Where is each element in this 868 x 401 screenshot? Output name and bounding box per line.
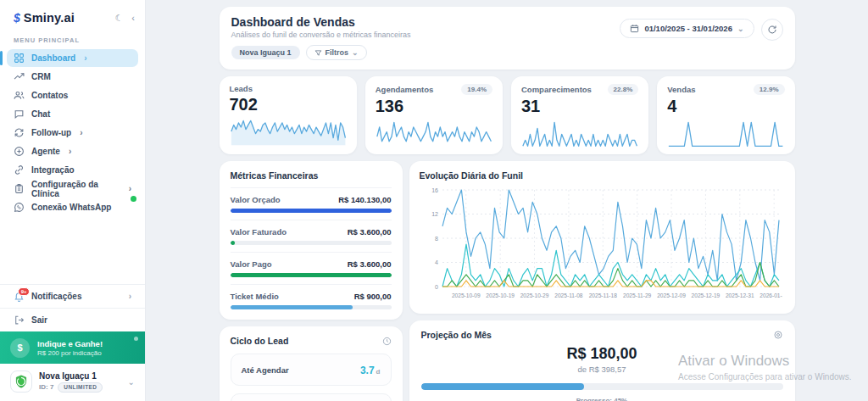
sidebar-item-dashboard[interactable]: Dashboard ›: [7, 49, 138, 67]
funnel-chart: 04812162025-10-092025-10-192025-10-29202…: [420, 183, 782, 309]
calendar-icon: [630, 24, 639, 33]
sidebar-nav: Dashboard › CRM Contatos Chat Follow-up …: [0, 49, 145, 217]
app-logo-text: Sminy.ai: [24, 11, 115, 25]
projection-value: R$ 180,00: [421, 345, 783, 363]
svg-text:12: 12: [431, 211, 438, 217]
referral-banner[interactable]: $ Indique e Ganhe! R$ 200 por indicação: [0, 331, 145, 364]
kpi-card-agendamentos: Agendamentos 19.4% 136: [365, 76, 503, 154]
progress-track: [231, 209, 392, 213]
progress-track: [231, 241, 392, 245]
chevron-right-icon: ›: [129, 292, 131, 301]
projection-progress-label: Progresso: 45%: [421, 397, 783, 401]
refresh-button[interactable]: [761, 19, 783, 41]
svg-text:2025-11-08: 2025-11-08: [554, 292, 583, 298]
users-icon: [14, 90, 25, 101]
whatsapp-icon: [14, 202, 25, 213]
filters-button[interactable]: Filtros ⌄: [306, 45, 367, 60]
sidebar-item-integracao[interactable]: Integração: [7, 161, 138, 179]
projection-progress-fill: [421, 383, 584, 390]
progress-track: [231, 273, 392, 277]
chevron-right-icon: ›: [84, 53, 86, 63]
page-subtitle: Análises do funil de conversão e métrica…: [231, 31, 411, 39]
metric-row-valor-pago: Valor PagoR$ 3.600,00: [231, 252, 392, 277]
progress-fill: [231, 209, 392, 213]
sidebar-item-contatos[interactable]: Contatos: [7, 86, 138, 104]
kpi-card-comparecimentos: Comparecimentos 22.8% 31: [511, 76, 648, 154]
dollar-icon: $: [10, 338, 30, 358]
notification-badge: 9+: [18, 287, 30, 296]
svg-text:4: 4: [435, 259, 438, 265]
comparecimentos-sparkline: [521, 118, 638, 148]
logout-button[interactable]: Sair: [0, 309, 145, 331]
clock-icon: [382, 337, 392, 346]
page-title: Dashboard de Vendas: [231, 15, 411, 29]
projection-total: de R$ 398,57: [421, 365, 783, 374]
metric-row-ticket-medio: Ticket MédioR$ 900,00: [231, 284, 392, 309]
dark-mode-toggle-icon[interactable]: ☾: [114, 13, 123, 24]
progress-track: [231, 305, 392, 309]
clinic-shield-icon: [10, 370, 32, 393]
svg-text:2025-10-29: 2025-10-29: [520, 292, 548, 298]
financial-metrics-card: Métricas Financeiras Valor OrçadoR$ 140.…: [220, 161, 403, 320]
cycle-row-ate-comparecer: Até Comparecer 5.7d: [231, 393, 392, 401]
lead-cycle-card: Ciclo do Lead Até Agendar 3.7d Até Compa…: [220, 326, 403, 401]
chevron-right-icon: ›: [129, 184, 131, 193]
progress-fill: [231, 241, 236, 245]
account-row[interactable]: Nova Iguaçu 1 ID: 7 UNLIMITED ⌄: [0, 364, 145, 401]
svg-text:8: 8: [435, 236, 438, 242]
refresh-cycle-icon: [14, 127, 25, 138]
sidebar-item-follow-up[interactable]: Follow-up ›: [7, 124, 138, 142]
sidebar-item-chat[interactable]: Chat: [7, 105, 138, 123]
account-name: Nova Iguaçu 1: [39, 371, 103, 381]
link-icon: [14, 164, 25, 175]
notifications-row[interactable]: 9+ Notificações ›: [0, 285, 145, 308]
banner-dot: [134, 337, 138, 341]
sidebar-item-crm[interactable]: CRM: [7, 68, 138, 86]
whatsapp-status-dot: [131, 196, 136, 202]
sidebar: $ Sminy.ai ☾ ‹ MENU PRINCIPAL Dashboard …: [0, 0, 146, 401]
metrics-title: Métricas Financeiras: [231, 170, 392, 181]
kpi-card-vendas: Vendas 12.9% 4: [657, 76, 794, 154]
logout-icon: [14, 315, 25, 326]
svg-text:2025-10-09: 2025-10-09: [451, 292, 480, 298]
leads-sparkline: [230, 116, 347, 147]
menu-section-label: MENU PRINCIPAL: [0, 33, 145, 49]
dashboard-grid-icon: [14, 53, 25, 64]
svg-text:2025-11-29: 2025-11-29: [623, 292, 652, 298]
refresh-icon: [767, 25, 777, 35]
svg-text:2025-10-19: 2025-10-19: [486, 292, 515, 298]
chat-bubble-icon: [14, 109, 25, 120]
metric-row-valor-orcado: Valor OrçadoR$ 140.130,00: [231, 187, 392, 213]
page-header-card: Dashboard de Vendas Análises do funil de…: [220, 7, 795, 70]
date-range-picker[interactable]: 01/10/2025 - 31/01/2026 ⌄: [620, 19, 754, 38]
sidebar-item-configuracao-clinica[interactable]: Configuração da Clínica ›: [7, 180, 138, 198]
kpi-value: 136: [376, 97, 492, 116]
kpi-value: 31: [521, 97, 638, 116]
agendamentos-sparkline: [376, 118, 492, 148]
bell-icon: 9+: [14, 291, 25, 302]
svg-text:2025-12-31: 2025-12-31: [725, 292, 754, 298]
conversion-badge: 19.4%: [461, 84, 492, 95]
chevron-down-icon: ⌄: [737, 25, 744, 33]
svg-text:2025-11-18: 2025-11-18: [588, 292, 617, 298]
app-logo-icon: $: [14, 11, 20, 25]
funnel-icon: [314, 49, 322, 57]
trending-up-icon: [14, 71, 25, 82]
clinic-chip: Nova Iguaçu 1: [231, 46, 300, 59]
svg-text:0: 0: [435, 284, 438, 290]
sidebar-item-agente[interactable]: Agente ›: [7, 142, 138, 160]
cycle-row-ate-agendar: Até Agendar 3.7d: [231, 354, 392, 386]
main-content: Dashboard de Vendas Análises do funil de…: [146, 0, 868, 401]
chevron-down-icon[interactable]: ⌄: [128, 377, 135, 387]
conversion-badge: 12.9%: [754, 84, 785, 95]
month-projection-card: Projeção do Mês R$ 180,00 de R$ 398,57 P…: [409, 320, 795, 401]
account-id: ID: 7: [39, 383, 53, 391]
svg-text:2025-12-09: 2025-12-09: [657, 292, 686, 298]
progress-fill: [231, 305, 353, 309]
svg-text:2025-12-19: 2025-12-19: [691, 292, 720, 298]
projection-title: Projeção do Mês: [421, 330, 492, 340]
sidebar-collapse-icon[interactable]: ‹: [131, 13, 135, 23]
funnel-chart-title: Evolução Diária do Funil: [420, 170, 785, 181]
sidebar-item-conexao-whatsapp[interactable]: Conexão WhatsApp: [7, 198, 138, 216]
metric-row-valor-faturado: Valor FaturadoR$ 3.600,00: [231, 220, 392, 245]
